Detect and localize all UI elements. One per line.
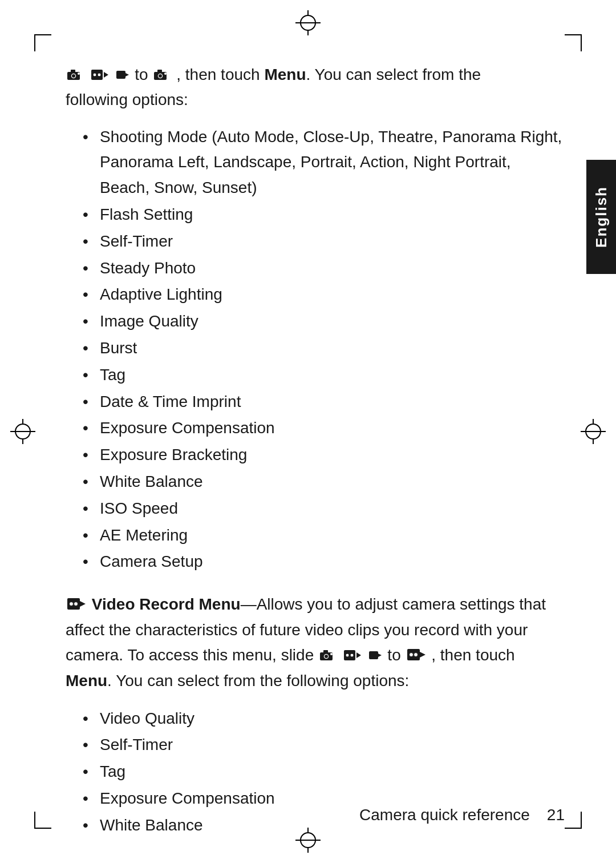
svg-point-13 [159,74,162,78]
em-dash: — [241,595,257,613]
crosshair-right [581,419,606,444]
list-item: Flash Setting [83,202,565,228]
svg-point-6 [93,73,96,76]
camera-icon-3 [320,644,336,668]
reg-mark-bottom-left [34,806,57,829]
video-section-heading: Video Record Menu [92,595,241,613]
crosshair-top [295,10,321,35]
video-to-text: to [387,646,405,664]
svg-point-15 [164,72,167,75]
svg-rect-29 [369,651,378,659]
svg-point-17 [70,602,74,606]
intro-to-text: to [135,66,152,83]
list-item: Burst [83,336,565,361]
svg-point-27 [350,654,354,657]
camera-icon-1 [67,64,83,88]
svg-rect-14 [157,70,162,72]
list-item: Image Quality [83,309,565,334]
svg-rect-3 [71,70,75,72]
list-item: Tag [83,759,565,785]
svg-marker-30 [378,654,382,657]
svg-marker-28 [356,652,361,658]
list-item: Self-Timer [83,732,565,758]
footer-label: Camera quick reference [359,806,530,824]
svg-marker-8 [104,72,108,78]
list-item: Date & Time Imprint [83,389,565,415]
photo-menu-list: Shooting Mode (Auto Mode, Close-Up, Thea… [83,124,565,575]
list-item: AE Metering [83,523,565,549]
svg-marker-19 [80,601,86,607]
video-icon-target [407,644,425,668]
svg-point-24 [330,653,333,655]
list-item: Exposure Compensation [83,416,565,441]
play-icon-1 [116,64,129,88]
svg-point-2 [72,74,75,78]
svg-point-7 [98,73,101,76]
video-icon-small-1 [91,64,108,88]
list-item: Exposure Bracketing [83,442,565,468]
video-icon-slide [344,644,361,668]
svg-marker-34 [420,652,425,658]
svg-point-4 [78,72,80,75]
svg-point-18 [74,602,78,606]
main-content: to , then touch Menu. You can select fro… [66,63,565,800]
svg-point-33 [414,652,418,656]
intro-paragraph: to , then touch Menu. You can select fro… [66,63,565,112]
list-item: Tag [83,362,565,388]
list-item: Steady Photo [83,256,565,281]
reg-mark-top-left [34,34,57,57]
list-item: Video Quality [83,706,565,732]
list-item: Shooting Mode (Auto Mode, Close-Up, Thea… [83,124,565,201]
footer-page-number: 21 [547,806,565,824]
video-menu-label: Menu [66,672,107,689]
crosshair-left [10,419,35,444]
list-item: Adaptive Lighting [83,282,565,308]
svg-marker-10 [125,73,129,76]
svg-point-22 [325,655,328,658]
list-item: White Balance [83,469,565,495]
intro-menu-label: Menu [264,66,306,83]
reg-mark-top-right [559,34,582,57]
svg-point-26 [346,654,349,657]
video-section-paragraph: Video Record Menu—Allows you to adjust c… [66,592,565,693]
list-item: Camera Setup [83,549,565,575]
list-item: Self-Timer [83,229,565,255]
play-icon-2 [369,644,382,668]
language-sidebar-tab: English [586,160,616,274]
page-footer: Camera quick reference 21 [66,806,565,824]
language-label: English [593,186,610,248]
list-item: ISO Speed [83,496,565,522]
svg-point-32 [409,652,413,656]
svg-rect-9 [116,71,125,79]
video-icon-large [67,593,86,618]
camera-icon-2 [154,64,170,88]
svg-rect-23 [323,650,328,653]
